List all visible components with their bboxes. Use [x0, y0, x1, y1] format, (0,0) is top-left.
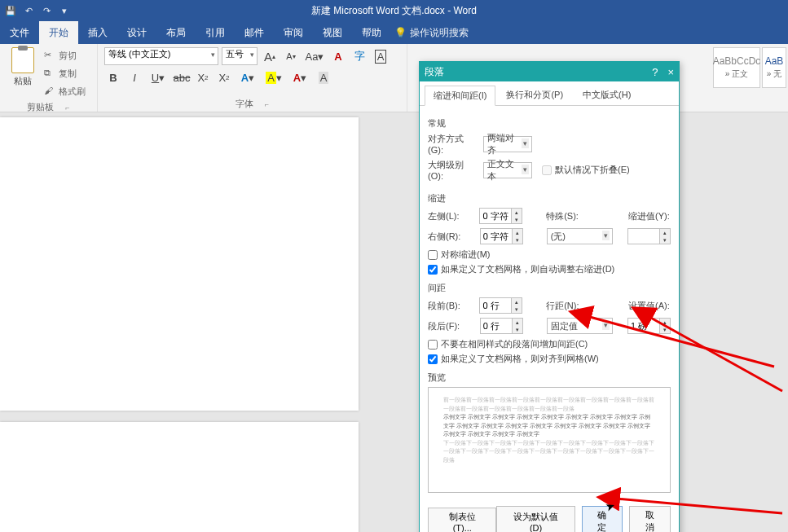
page[interactable] — [0, 117, 359, 411]
underline-button[interactable]: U ▾ — [147, 68, 169, 86]
dialog-tab-page[interactable]: 换行和分页(P) — [497, 85, 572, 105]
indent-by-spinner[interactable]: ▴▾ — [627, 228, 671, 244]
char-shading-button[interactable]: A — [315, 68, 332, 86]
undo-icon[interactable]: ↶ — [23, 5, 34, 16]
copy-button[interactable]: ⧉复制 — [44, 65, 86, 81]
tell-me-label: 操作说明搜索 — [410, 26, 469, 40]
clipboard-launcher-icon[interactable]: ⌐ — [65, 103, 69, 112]
align-select[interactable]: 两端对齐 — [483, 136, 532, 152]
dialog-titlebar[interactable]: 段落 ? × — [420, 62, 679, 81]
font-color-button[interactable]: A▾ — [288, 68, 311, 86]
paste-button[interactable]: 粘贴 — [7, 47, 39, 99]
dialog-tab-indent[interactable]: 缩进和间距(I) — [425, 86, 495, 106]
spin-down-icon[interactable]: ▾ — [512, 216, 522, 223]
spin-down-icon[interactable]: ▾ — [660, 236, 670, 244]
paste-label: 粘贴 — [14, 75, 32, 87]
text-effects-button[interactable]: A▾ — [236, 68, 259, 86]
cancel-button[interactable]: 取消 — [629, 506, 671, 532]
spin-down-icon[interactable]: ▾ — [513, 326, 522, 333]
spin-down-icon[interactable]: ▾ — [660, 326, 670, 333]
window-title: 新建 Microsoft Word 文档.docx - Word — [311, 4, 477, 18]
spin-up-icon[interactable]: ▴ — [660, 319, 670, 326]
superscript-button[interactable]: X2 — [215, 68, 233, 86]
space-before-spinner[interactable]: ▴▾ — [479, 297, 522, 314]
tab-mail[interactable]: 邮件 — [235, 21, 274, 44]
group-styles: AaBbCcDc » 正文 AaB » 无 — [707, 44, 788, 112]
dialog-tab-chinese[interactable]: 中文版式(H) — [574, 85, 640, 105]
spin-down-icon[interactable]: ▾ — [512, 306, 522, 313]
scissors-icon: ✂ — [44, 50, 55, 61]
phonetic-guide-button[interactable]: 字 — [350, 47, 368, 65]
spin-up-icon[interactable]: ▴ — [513, 229, 522, 236]
qat-dropdown-icon[interactable]: ▾ — [59, 5, 70, 16]
spin-up-icon[interactable]: ▴ — [513, 319, 522, 326]
tab-view[interactable]: 视图 — [313, 21, 352, 44]
tabs-button[interactable]: 制表位(T)... — [428, 508, 496, 533]
line-spacing-select[interactable]: 固定值 — [547, 318, 614, 334]
char-border-button[interactable]: A — [372, 47, 390, 65]
tab-home[interactable]: 开始 — [39, 21, 78, 44]
tab-references[interactable]: 引用 — [196, 21, 235, 44]
format-painter-button[interactable]: 🖌格式刷 — [44, 83, 86, 99]
title-bar: 💾 ↶ ↷ ▾ 新建 Microsoft Word 文档.docx - Word — [0, 0, 788, 21]
redo-icon[interactable]: ↷ — [41, 5, 52, 16]
save-icon[interactable]: 💾 — [5, 5, 16, 16]
special-label: 特殊(S): — [546, 210, 588, 222]
shrink-font-button[interactable]: A▾ — [282, 47, 300, 65]
tab-insert[interactable]: 插入 — [78, 21, 117, 44]
indent-left-spinner[interactable]: ▴▾ — [479, 208, 522, 224]
section-general-label: 常规 — [428, 117, 671, 130]
spacing-at-label: 设置值(A): — [628, 300, 671, 312]
tab-layout[interactable]: 布局 — [156, 21, 196, 44]
paragraph-dialog: 段落 ? × 缩进和间距(I) 换行和分页(P) 中文版式(H) 常规 对齐方式… — [419, 61, 680, 532]
bold-button[interactable]: B — [104, 68, 122, 86]
page[interactable] — [0, 422, 359, 532]
tab-design[interactable]: 设计 — [117, 21, 156, 44]
dialog-close-icon[interactable]: × — [667, 66, 674, 78]
font-launcher-icon[interactable]: ⌐ — [265, 100, 269, 108]
highlight-button[interactable]: A▾ — [262, 68, 285, 86]
preview-faint-after: 下一段落下一段落下一段落下一段落下一段落下一段落下一段落下一段落下一段落下一段落… — [443, 439, 655, 465]
preview-faint-before: 前一段落前一段落前一段落前一段落前一段落前一段落前一段落前一段落前一段落前一段落… — [443, 396, 655, 413]
space-after-label: 段后(F): — [428, 320, 475, 332]
snapgrid-checkbox[interactable]: 如果定义了文档网格，则对齐到网格(W) — [428, 353, 671, 365]
space-after-spinner[interactable]: ▴▾ — [480, 318, 523, 334]
copy-icon: ⧉ — [44, 68, 55, 79]
clear-format-button[interactable]: A — [329, 47, 347, 65]
indent-right-spinner[interactable]: ▴▾ — [480, 228, 523, 244]
strike-button[interactable]: abc — [173, 68, 191, 86]
grow-font-button[interactable]: A▴ — [261, 47, 279, 65]
preview-sample: 示例文字 示例文字 示例文字 示例文字 示例文字 示例文字 示例文字 示例文字 … — [443, 413, 655, 439]
group-font: 等线 (中文正文) 五号 A▴ A▾ Aa▾ A 字 A B I U ▾ abc… — [98, 44, 407, 112]
spin-up-icon[interactable]: ▴ — [512, 209, 522, 216]
autogrid-indent-checkbox[interactable]: 如果定义了文档网格，则自动调整右缩进(D) — [428, 263, 671, 275]
italic-button[interactable]: I — [125, 68, 143, 86]
dialog-tabs: 缩进和间距(I) 换行和分页(P) 中文版式(H) — [420, 81, 679, 106]
dialog-help-icon[interactable]: ? — [652, 66, 658, 78]
section-spacing-label: 间距 — [428, 282, 671, 294]
spin-down-icon[interactable]: ▾ — [513, 236, 522, 244]
subscript-button[interactable]: X2 — [194, 68, 212, 86]
tab-review[interactable]: 审阅 — [274, 21, 313, 44]
mirror-indent-checkbox[interactable]: 对称缩进(M) — [428, 248, 671, 261]
lightbulb-icon: 💡 — [394, 27, 407, 38]
tab-file[interactable]: 文件 — [0, 21, 39, 44]
font-size-select[interactable]: 五号 — [222, 47, 258, 65]
change-case-button[interactable]: Aa▾ — [303, 47, 326, 65]
set-default-button[interactable]: 设为默认值(D) — [496, 506, 574, 532]
tab-help[interactable]: 帮助 — [352, 21, 391, 44]
preview-box: 前一段落前一段落前一段落前一段落前一段落前一段落前一段落前一段落前一段落前一段落… — [428, 387, 671, 493]
style-nospacing[interactable]: AaB » 无 — [762, 47, 786, 88]
outline-select[interactable]: 正文文本 — [483, 162, 532, 178]
font-name-select[interactable]: 等线 (中文正文) — [104, 47, 218, 65]
special-select[interactable]: (无) — [547, 228, 614, 244]
spacing-at-spinner[interactable]: ▴▾ — [627, 318, 671, 334]
noadd-spacing-checkbox[interactable]: 不要在相同样式的段落间增加间距(C) — [428, 338, 671, 350]
spin-up-icon[interactable]: ▴ — [512, 298, 522, 306]
collapse-checkbox[interactable]: 默认情况下折叠(E) — [542, 164, 630, 176]
spin-up-icon[interactable]: ▴ — [660, 229, 670, 236]
tell-me[interactable]: 💡 操作说明搜索 — [394, 26, 469, 40]
style-normal[interactable]: AaBbCcDc » 正文 — [713, 47, 760, 88]
indent-by-label: 缩进值(Y): — [628, 210, 671, 222]
cut-button[interactable]: ✂剪切 — [44, 47, 86, 64]
